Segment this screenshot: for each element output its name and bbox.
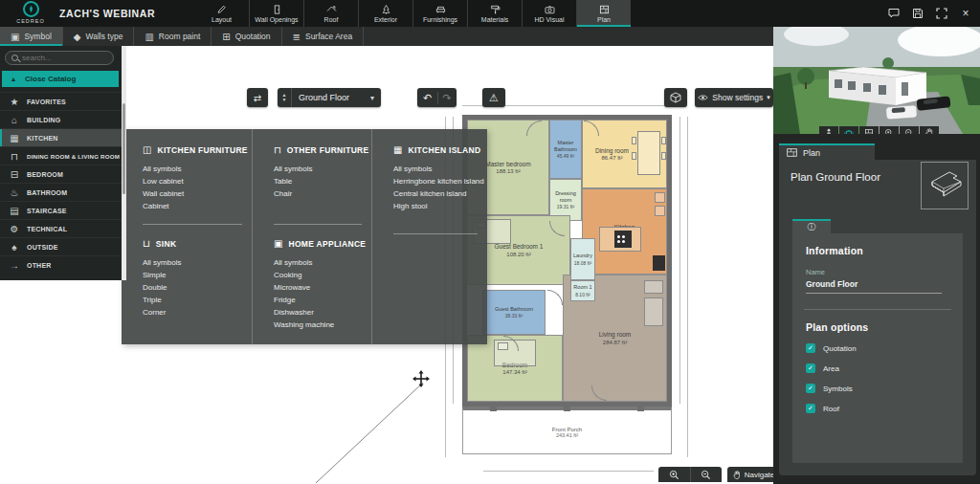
catalog-link[interactable]: Low cabinet [143, 175, 242, 187]
tab-layout[interactable]: Layout [194, 0, 249, 27]
3d-preview[interactable] [773, 27, 980, 134]
fullscreen-icon[interactable] [935, 7, 948, 20]
checkbox-checked-icon[interactable]: ✓ [806, 384, 815, 393]
catalog-link[interactable]: Cooking [274, 269, 362, 281]
catalog-link[interactable]: Herringbone kitchen island [393, 175, 478, 187]
room-master-bathroom[interactable]: Master Bathroom 45.49 ft² [549, 120, 582, 179]
close-catalog-button[interactable]: ▴ Close Catalog [2, 71, 119, 87]
floor-stepper[interactable]: ▲ ▼ [278, 88, 292, 107]
orbit-3d-button[interactable] [839, 126, 858, 134]
tab-furnishings[interactable]: Furnishings [412, 0, 467, 27]
house-outline: Master bedroom 188.13 ft² Master Bathroo… [462, 115, 672, 407]
sidebar-item-bathroom[interactable]: ♨ BATHROOM [0, 183, 122, 201]
catalog-link[interactable]: Triple [143, 294, 242, 306]
fridge-icon [653, 255, 665, 271]
room-guest-bathroom[interactable]: Guest Bathroom 38.33 ft² [482, 290, 546, 335]
subtab-walls-type[interactable]: ◆ Walls type [63, 27, 135, 46]
chair-icon: ⊓ [274, 144, 281, 155]
show-settings-button[interactable]: Show settings ▾ [695, 88, 773, 107]
floor-thumbnail[interactable] [921, 162, 969, 209]
floor-selector[interactable]: ▲ ▼ Ground Floor ▾ [278, 88, 381, 107]
iso-floor-icon [924, 168, 965, 203]
sidebar-item-staircase[interactable]: ▤ STAIRCASE [0, 201, 122, 219]
checkbox-checked-icon[interactable]: ✓ [806, 343, 815, 353]
zoom-out-icon [904, 128, 914, 135]
redo-button[interactable]: ↷ [437, 92, 457, 104]
cube-icon [670, 92, 681, 103]
scrollbar-thumb[interactable] [122, 103, 125, 194]
section-kitchen-island[interactable]: ▦ KITCHEN ISLAND [393, 144, 478, 155]
catalog-link[interactable]: All symbols [274, 256, 362, 269]
tab-plan[interactable]: Plan [576, 0, 631, 27]
catalog-link[interactable]: All symbols [143, 163, 242, 175]
divider [804, 309, 951, 310]
preview-zoom-in-button[interactable] [880, 126, 899, 134]
sidebar-item-other[interactable]: → OTHER [0, 255, 122, 274]
catalog-link[interactable]: Chair [274, 187, 362, 200]
section-sink[interactable]: ⊔ SINK [143, 238, 242, 249]
catalog-link[interactable]: Central kitchen island [393, 187, 478, 200]
section-other-furniture[interactable]: ⊓ OTHER FURNITURE [274, 144, 362, 155]
chevron-down-icon: ▾ [767, 94, 770, 101]
catalog-link[interactable]: All symbols [274, 163, 362, 175]
catalog-link[interactable]: Wall cabinet [143, 187, 242, 200]
pan-button[interactable] [920, 126, 939, 134]
zoom-in-icon [669, 470, 679, 480]
close-icon[interactable]: × [959, 7, 972, 20]
tab-hd-visual[interactable]: HD Visual [522, 0, 576, 27]
catalog-link[interactable]: Corner [143, 306, 242, 319]
catalog-link[interactable]: Cabinet [143, 200, 242, 212]
subtab-quotation[interactable]: ⊞ Quotation [212, 27, 281, 46]
catalog-link[interactable]: Fridge [274, 294, 362, 306]
tab-roof[interactable]: Roof [303, 0, 358, 27]
checkbox-checked-icon[interactable]: ✓ [806, 363, 815, 373]
walkthrough-button[interactable] [819, 126, 838, 134]
catalog-link[interactable]: Washing machine [274, 319, 362, 331]
tab-materials[interactable]: Materials [467, 0, 522, 27]
preview-zoom-out-button[interactable] [900, 126, 919, 134]
subtab-surface-area[interactable]: ≣ Surface Area [282, 27, 365, 46]
sidebar-item-bedroom[interactable]: ⊟ BEDROOM [0, 165, 122, 183]
zoom-out-button[interactable] [690, 467, 723, 482]
sidebar-item-dining-living[interactable]: ⊓ DINING ROOM & LIVING ROOM [0, 146, 122, 165]
room-front-porch[interactable]: Front Porch 243.41 ft² [462, 407, 672, 454]
catalog-link[interactable]: High stool [393, 200, 478, 212]
sidebar-item-outside[interactable]: ♠ OUTSIDE [0, 237, 122, 255]
tab-wall-openings[interactable]: Wall Openings [249, 0, 303, 27]
catalog-link[interactable]: Microwave [274, 281, 362, 294]
tab-information[interactable]: ⓘ [792, 219, 831, 233]
name-field[interactable]: Ground Floor [806, 279, 942, 294]
undo-button[interactable]: ↶ [418, 92, 437, 104]
sidebar-item-building[interactable]: ⌂ BUILDING [0, 110, 122, 128]
tab-exterior[interactable]: Exterior [358, 0, 412, 27]
3d-view-button[interactable] [664, 88, 687, 107]
catalog-link[interactable]: Simple [143, 269, 242, 281]
sync-button[interactable]: ⇄ [247, 88, 268, 107]
comment-icon[interactable] [887, 7, 901, 20]
checkbox-checked-icon[interactable]: ✓ [806, 404, 815, 413]
sidebar-scrollbar[interactable] [122, 46, 126, 280]
cedreo-logo[interactable]: CEDREO [9, 1, 53, 24]
catalog-link[interactable]: All symbols [393, 163, 478, 175]
subtab-room-paint[interactable]: ▥ Room paint [134, 27, 212, 46]
sink-icon: ⊔ [143, 238, 150, 249]
zoom-in-button[interactable] [658, 467, 690, 482]
catalog-link[interactable]: Dishwasher [274, 306, 362, 319]
plan-view-button[interactable] [859, 126, 879, 134]
catalog-link[interactable]: Double [143, 281, 242, 294]
sidebar-item-favorites[interactable]: ★ FAVORITES [0, 92, 122, 110]
section-kitchen-furniture[interactable]: ◫ KITCHEN FURNITURE [143, 144, 242, 155]
save-icon[interactable] [911, 7, 924, 20]
star-icon: ★ [9, 97, 20, 107]
tab-plan-panel[interactable]: Plan [779, 143, 875, 160]
warning-button[interactable]: ⚠ [482, 88, 505, 107]
subtab-symbol[interactable]: ▣ Symbol [0, 27, 63, 46]
section-home-appliance[interactable]: ▣ HOME APPLIANCE [274, 238, 362, 249]
search-input[interactable] [22, 54, 108, 62]
sidebar-item-technical[interactable]: ⚙ TECHNICAL [0, 219, 122, 237]
sidebar-item-kitchen[interactable]: ▦ KITCHEN [0, 128, 122, 146]
catalog-link[interactable]: Table [274, 175, 362, 187]
catalog-link[interactable]: All symbols [143, 256, 242, 269]
room-laundry[interactable]: Laundry 18.08 ft² [570, 238, 595, 280]
room-1[interactable]: Room 1 8.10 ft² [570, 280, 595, 301]
